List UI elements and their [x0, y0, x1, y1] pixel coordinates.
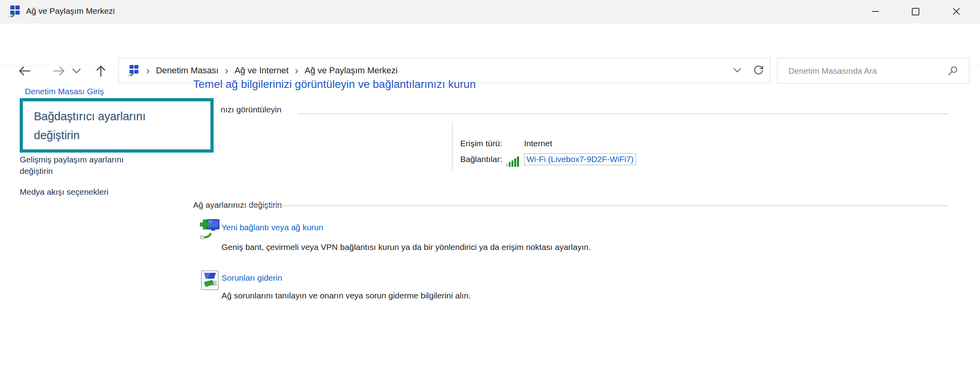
sidebar-item-control-panel-home[interactable]: Denetim Masası Giriş	[25, 87, 104, 96]
sidebar-item-change-advanced-sharing-settings[interactable]: Gelişmiş paylaşım ayarlarını değiştirin	[20, 154, 154, 177]
refresh-icon[interactable]	[753, 65, 764, 76]
minimize-icon	[872, 11, 879, 12]
title-bar: Ağ ve Paylaşım Merkezi	[0, 0, 980, 23]
troubleshoot-icon	[201, 270, 219, 291]
wifi-connection-link[interactable]: Wi-Fi (Livebox7-9D2F-WiFi7)	[524, 153, 636, 165]
breadcrumb-item-network-sharing-center[interactable]: Ağ ve Paylaşım Merkezi	[305, 65, 398, 76]
change-network-settings-section-header: Ağ ayarlarınızı değiştirin	[193, 200, 282, 210]
close-icon	[952, 7, 961, 16]
access-type-value: Internet	[524, 139, 552, 148]
network-sharing-center-app-icon	[9, 5, 21, 18]
search-input[interactable]	[777, 58, 969, 83]
new-connection-icon	[199, 218, 221, 240]
section-divider	[299, 114, 949, 114]
maximize-icon	[912, 8, 919, 15]
breadcrumb-item-control-panel[interactable]: Denetim Masası	[156, 65, 219, 76]
maximize-button[interactable]	[900, 0, 931, 23]
troubleshoot-problems-link[interactable]: Sorunları giderin	[221, 273, 282, 283]
breadcrumb-separator-icon: ›	[146, 59, 150, 82]
troubleshoot-problems-description: Ağ sorunlarını tanılayın ve onarın veya …	[221, 291, 471, 300]
wifi-signal-bars-icon	[506, 156, 521, 167]
window-title: Ağ ve Paylaşım Merkezi	[26, 6, 115, 16]
navigation-bar: › Denetim Masası › Ağ ve Internet › Ağ v…	[0, 23, 980, 66]
breadcrumb-item-network-internet[interactable]: Ağ ve Internet	[234, 65, 288, 76]
control-panel-location-icon	[128, 65, 140, 76]
access-type-label: Erişim türü:	[460, 139, 502, 148]
sidebar-item-change-adapter-settings[interactable]: Bağdaştırıcı ayarlarını değiştirin	[34, 107, 192, 145]
active-networks-section-header: nızı görüntüleyin	[221, 105, 281, 114]
network-details-separator	[452, 121, 453, 170]
up-button[interactable]	[94, 64, 108, 78]
setup-new-connection-link[interactable]: Yeni bağlantı veya ağ kurun	[221, 223, 323, 232]
sidebar-item-media-streaming-options[interactable]: Medya akışı seçenekleri	[20, 186, 154, 197]
address-dropdown-chevron-icon[interactable]	[732, 67, 742, 75]
setup-new-connection-description: Geniş bant, çevirmeli veya VPN bağlantıs…	[221, 242, 591, 252]
close-button[interactable]	[941, 0, 972, 23]
section-divider	[243, 205, 949, 206]
recent-locations-chevron-icon[interactable]	[71, 67, 82, 76]
page-title: Temel ağ bilgilerinizi görüntüleyin ve b…	[193, 78, 476, 91]
search-box	[777, 58, 969, 84]
search-icon[interactable]	[947, 65, 959, 77]
highlight-box: Bağdaştırıcı ayarlarını değiştirin	[20, 98, 214, 153]
forward-button[interactable]	[52, 64, 66, 78]
connections-label: Bağlantılar:	[460, 155, 502, 164]
back-button[interactable]	[17, 64, 32, 78]
minimize-button[interactable]	[860, 0, 891, 23]
